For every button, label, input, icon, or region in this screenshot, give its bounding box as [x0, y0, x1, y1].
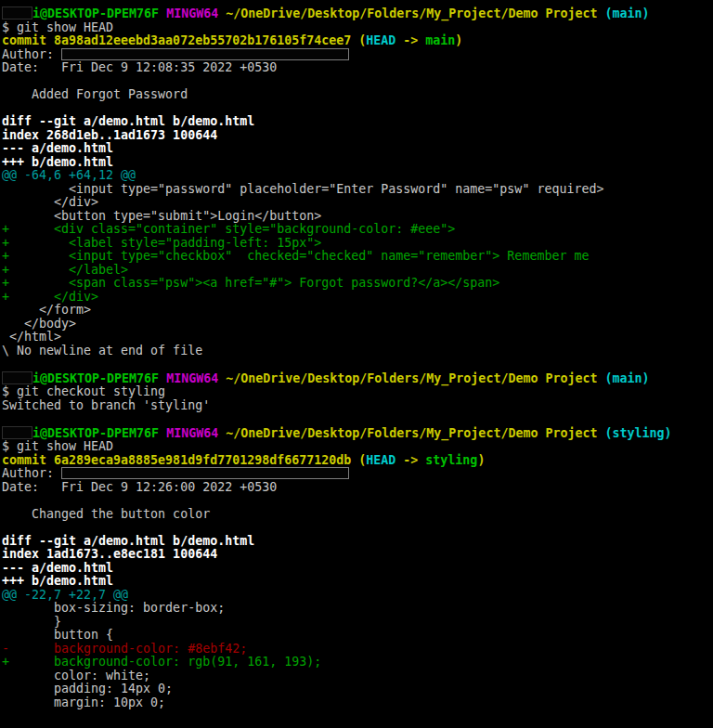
text-segment: margin: 10px 0; [2, 696, 165, 709]
terminal-line: i@DESKTOP-DPEM76F MINGW64 ~/OneDrive/Des… [2, 426, 713, 441]
terminal-line: + </div> [2, 291, 713, 305]
terminal-line [2, 358, 713, 371]
text-segment: @DESKTOP-DPEM76F [40, 426, 159, 440]
text-segment: @DESKTOP-DPEM76F [40, 371, 159, 385]
text-segment: - background-color: #8ebf42; [2, 642, 247, 656]
terminal-line: i@DESKTOP-DPEM76F MINGW64 ~/OneDrive/Des… [2, 371, 713, 386]
text-segment: Date: Fri Dec 9 12:26:00 2022 +0530 [2, 480, 277, 494]
text-segment: Changed the button color [2, 507, 210, 521]
terminal-line: <input type="password" placeholder="Ente… [2, 183, 713, 197]
git-bash-terminal[interactable]: i@DESKTOP-DPEM76F MINGW64 ~/OneDrive/Des… [0, 0, 713, 728]
text-segment: MINGW64 [166, 6, 218, 20]
text-segment: +++ b/demo.html [2, 574, 113, 588]
text-segment: MINGW64 [166, 371, 218, 385]
terminal-line: color: white; [2, 670, 713, 683]
terminal-line: index 1ad1673..e8ec181 100644 [2, 548, 713, 562]
text-segment: ) [477, 453, 485, 467]
text-segment: ~/OneDrive/Desktop/Folders/My_Project/De… [226, 426, 597, 440]
terminal-line: </form> [2, 304, 713, 318]
terminal-line [2, 75, 713, 89]
text-segment [218, 426, 226, 440]
text-segment: + </div> [2, 290, 98, 304]
terminal-line: Switched to branch 'styling' [2, 399, 713, 413]
text-segment: \ No newline at end of file [2, 344, 202, 358]
terminal-line: + <span class="psw"><a href="#"> Forgot … [2, 277, 713, 291]
text-segment: box-sizing: border-box; [2, 601, 225, 615]
text-segment: Date: Fri Dec 9 12:08:35 2022 +0530 [2, 60, 277, 74]
text-segment: </form> [2, 303, 91, 317]
terminal-line: padding: 14px 0; [2, 682, 713, 696]
terminal-line: @@ -22,7 +22,7 @@ [2, 589, 713, 603]
terminal-line: Changed the button color [2, 508, 713, 522]
terminal-line: index 268d1eb..1ad1673 100644 [2, 129, 713, 143]
text-segment: Author: [2, 466, 61, 480]
text-segment: padding: 14px 0; [2, 682, 173, 696]
text-segment: index 268d1eb..1ad1673 100644 [2, 128, 217, 142]
text-segment: @DESKTOP-DPEM76F [40, 6, 159, 20]
redacted-author-box [61, 48, 349, 60]
terminal-line: commit 6a289eca9a8885e981d9fd7701298df66… [2, 454, 713, 468]
text-segment: </div> [2, 195, 98, 209]
terminal-output: i@DESKTOP-DPEM76F MINGW64 ~/OneDrive/Des… [2, 6, 713, 709]
text-segment: + <label style="padding-left: 15px"> [2, 236, 321, 250]
terminal-line: </div> [2, 196, 713, 210]
text-segment [159, 426, 166, 440]
text-segment: + </label> [2, 263, 128, 277]
terminal-line: $ git show HEAD [2, 21, 713, 35]
text-segment: Switched to branch 'styling' [2, 398, 210, 412]
text-segment: button { [2, 628, 113, 642]
terminal-line: - background-color: #8ebf42; [2, 643, 713, 656]
text-segment: -> [395, 453, 425, 467]
text-segment: ) [455, 33, 462, 47]
text-segment: diff --git a/demo.html b/demo.html [2, 534, 254, 548]
text-segment: --- a/demo.html [2, 561, 113, 575]
text-segment [218, 371, 226, 385]
terminal-line [2, 521, 713, 535]
text-segment: $ git show HEAD [2, 439, 113, 453]
text-segment: ~/OneDrive/Desktop/Folders/My_Project/De… [226, 6, 597, 20]
text-segment [159, 6, 166, 20]
terminal-line: +++ b/demo.html [2, 156, 713, 170]
terminal-line [2, 494, 713, 508]
terminal-line [2, 412, 713, 426]
terminal-line: $ git show HEAD [2, 440, 713, 454]
text-segment: ~/OneDrive/Desktop/Folders/My_Project/De… [226, 371, 597, 385]
text-segment: MINGW64 [166, 426, 218, 440]
terminal-line: \ No newline at end of file [2, 344, 713, 358]
terminal-line: $ git checkout styling [2, 385, 713, 399]
terminal-line: Date: Fri Dec 9 12:26:00 2022 +0530 [2, 481, 713, 495]
terminal-line: + <input type="checkbox" checked="checke… [2, 250, 713, 264]
text-segment: i [32, 6, 40, 20]
terminal-line: @@ -64,6 +64,12 @@ [2, 169, 713, 183]
terminal-line: --- a/demo.html [2, 142, 713, 156]
text-segment: commit 6a289eca9a8885e981d9fd7701298df66… [2, 453, 366, 467]
terminal-line: box-sizing: border-box; [2, 602, 713, 616]
text-segment: index 1ad1673..e8ec181 100644 [2, 547, 217, 561]
terminal-line: } [2, 616, 713, 630]
terminal-line: diff --git a/demo.html b/demo.html [2, 115, 713, 129]
text-segment: Author: [2, 47, 61, 61]
redacted-user-box [2, 426, 32, 439]
terminal-line [2, 102, 713, 116]
text-segment: diff --git a/demo.html b/demo.html [2, 114, 254, 128]
text-segment: @@ -64,6 +64,12 @@ [2, 168, 136, 182]
text-segment: + <span class="psw"><a href="#"> Forgot … [2, 276, 499, 290]
text-segment: main [425, 33, 455, 47]
text-segment: + background-color: rgb(91, 161, 193); [2, 655, 321, 669]
terminal-line: </html> [2, 331, 713, 344]
terminal-line: +++ b/demo.html [2, 575, 713, 589]
redacted-user-box [2, 371, 32, 384]
text-segment: HEAD [366, 33, 395, 47]
text-segment: +++ b/demo.html [2, 155, 113, 169]
text-segment: @@ -22,7 +22,7 @@ [2, 588, 128, 602]
text-segment: -> [395, 33, 425, 47]
redacted-author-box [61, 467, 349, 479]
terminal-line: --- a/demo.html [2, 562, 713, 576]
text-segment: i [32, 426, 40, 440]
text-segment: $ git show HEAD [2, 20, 113, 34]
terminal-line: </body> [2, 318, 713, 332]
text-segment: </body> [2, 317, 76, 331]
text-segment: i [32, 371, 40, 385]
terminal-line: + <label style="padding-left: 15px"> [2, 237, 713, 251]
text-segment: + <input type="checkbox" checked="checke… [2, 249, 589, 263]
